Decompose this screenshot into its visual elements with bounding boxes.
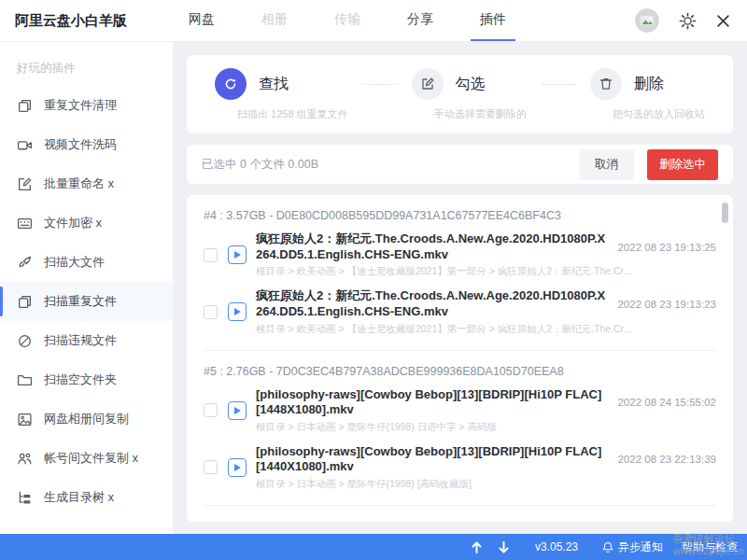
watermark-line1: 吾爱破解论坛 bbox=[673, 533, 744, 545]
settings-gear-icon[interactable] bbox=[679, 12, 697, 30]
sidebar-item-scan-violations[interactable]: 扫描违规文件 bbox=[0, 321, 173, 360]
file-checkbox[interactable] bbox=[204, 460, 218, 474]
upload-arrow-icon[interactable] bbox=[472, 541, 482, 553]
sidebar-item-album-copy[interactable]: 网盘相册间复制 bbox=[0, 399, 173, 439]
watermark-line2: www.52pojie.cn bbox=[673, 545, 744, 557]
delete-selected-button[interactable]: 删除选中 bbox=[647, 149, 718, 180]
file-checkbox[interactable] bbox=[204, 305, 218, 319]
file-name[interactable]: 疯狂原始人2：新纪元.The.Croods.A.New.Age.2020.HD1… bbox=[256, 288, 610, 319]
step-select: 勾选 手动选择需要删除的 bbox=[412, 68, 527, 121]
file-checkbox[interactable] bbox=[204, 248, 218, 262]
file-date: 2022 08 24 15:55:02 bbox=[610, 397, 716, 408]
sidebar-item-label: 视频文件洗码 bbox=[44, 136, 117, 153]
sidebar-item-batch-rename[interactable]: 批量重命名 x bbox=[0, 164, 173, 203]
step-connector bbox=[363, 84, 397, 85]
sidebar-item-directory-tree[interactable]: 生成目录树 x bbox=[0, 478, 173, 517]
file-checkbox[interactable] bbox=[204, 403, 218, 417]
sidebar: 好玩的插件 重复文件清理 视频文件洗码 批量重命名 x 文件加密 x 扫描大文件 bbox=[0, 42, 173, 534]
file-row: [philosophy-raws][Cowboy Bebop][13][BDRI… bbox=[204, 436, 716, 493]
sidebar-item-label: 文件加密 x bbox=[44, 215, 102, 231]
step-subtitle: 把勾选的放入回收站 bbox=[613, 107, 705, 121]
album-icon bbox=[17, 412, 33, 427]
header-actions bbox=[635, 0, 730, 41]
async-notify-button[interactable]: 异步通知 bbox=[602, 539, 663, 555]
watermark: 吾爱破解论坛 www.52pojie.cn bbox=[673, 533, 744, 557]
sidebar-item-scan-large-files[interactable]: 扫描大文件 bbox=[0, 243, 173, 282]
selection-bar: 已选中 0 个文件 0.00B 取消 删除选中 bbox=[187, 145, 733, 184]
tab-album[interactable]: 相册 bbox=[252, 0, 297, 41]
sidebar-item-duplicate-clean[interactable]: 重复文件清理 bbox=[0, 86, 173, 125]
download-arrow-icon[interactable] bbox=[499, 541, 509, 553]
refresh-icon bbox=[215, 68, 247, 100]
video-icon bbox=[17, 137, 33, 153]
close-icon[interactable] bbox=[716, 14, 730, 28]
tab-transfer[interactable]: 传输 bbox=[325, 0, 370, 41]
sidebar-item-label: 扫描大文件 bbox=[44, 254, 105, 271]
step-subtitle: 扫描出 1258 组重复文件 bbox=[237, 107, 348, 121]
user-avatar[interactable] bbox=[635, 8, 659, 33]
sidebar-item-label: 网盘相册间复制 bbox=[44, 411, 129, 427]
main-content: 查找 扫描出 1258 组重复文件 勾选 手动选择需要删除的 bbox=[173, 42, 747, 534]
play-icon[interactable] bbox=[228, 245, 247, 264]
file-path: 根目录 > 欧美动画 > 【迪士尼收藏版2021】第一部分 > 疯狂原始人2：新… bbox=[256, 323, 716, 336]
pencil-icon bbox=[412, 68, 444, 100]
keypad-icon bbox=[17, 216, 33, 231]
play-icon[interactable] bbox=[228, 401, 247, 420]
file-name[interactable]: [philosophy-raws][Cowboy Bebop][13][BDRI… bbox=[256, 444, 610, 475]
main-nav: 网盘 相册 传输 分享 插件 bbox=[179, 0, 515, 41]
play-icon[interactable] bbox=[228, 302, 247, 321]
cancel-button[interactable]: 取消 bbox=[579, 149, 634, 180]
copy-icon bbox=[17, 98, 33, 114]
sidebar-item-video-wash[interactable]: 视频文件洗码 bbox=[0, 125, 173, 164]
selection-summary: 已选中 0 个文件 0.00B bbox=[202, 157, 318, 173]
copy-icon bbox=[17, 294, 33, 310]
group-header: #4 : 3.57GB - D0E80CD008B595DD99A731A1C6… bbox=[204, 195, 716, 223]
sidebar-item-label: 批量重命名 x bbox=[44, 175, 114, 192]
file-name[interactable]: [philosophy-raws][Cowboy Bebop][13][BDRI… bbox=[256, 387, 610, 418]
sidebar-item-label: 扫描重复文件 bbox=[44, 293, 117, 310]
sidebar-item-label: 生成目录树 x bbox=[44, 489, 114, 506]
tab-plugins[interactable]: 插件 bbox=[471, 0, 515, 41]
users-icon bbox=[17, 451, 33, 467]
trash-icon bbox=[590, 68, 622, 100]
app-title: 阿里云盘小白羊版 bbox=[15, 12, 170, 30]
version-label: v3.05.23 bbox=[535, 540, 578, 553]
scrollbar-thumb[interactable] bbox=[722, 203, 728, 223]
folder-icon bbox=[17, 372, 33, 388]
sidebar-section-label: 好玩的插件 bbox=[0, 53, 173, 86]
file-row: 疯狂原始人2：新纪元.The.Croods.A.New.Age.2020.HD1… bbox=[204, 280, 716, 337]
sidebar-item-file-encrypt[interactable]: 文件加密 x bbox=[0, 203, 173, 243]
group-header: #5 : 2.76GB - 7D0C3EC4B797A38ADCBE999936… bbox=[204, 351, 716, 379]
sidebar-item-label: 帐号间文件复制 x bbox=[44, 450, 138, 467]
steps-panel: 查找 扫描出 1258 组重复文件 勾选 手动选择需要删除的 bbox=[187, 55, 733, 133]
tab-netdisk[interactable]: 网盘 bbox=[179, 0, 224, 41]
sidebar-item-account-copy[interactable]: 帐号间文件复制 x bbox=[0, 439, 173, 478]
file-date: 2022 08 23 22:13:39 bbox=[610, 454, 716, 465]
file-path: 根目录 > 日本动画 > 星际牛仔(1998) [高码收藏版] bbox=[256, 478, 716, 491]
tree-icon bbox=[17, 490, 33, 506]
app-window: 阿里云盘小白羊版 网盘 相册 传输 分享 插件 好玩的插件 重复文 bbox=[0, 0, 747, 560]
step-title: 勾选 bbox=[456, 75, 486, 94]
file-path: 根目录 > 欧美动画 > 【迪士尼收藏版2021】第一部分 > 疯狂原始人2：新… bbox=[256, 265, 716, 278]
sidebar-item-label: 重复文件清理 bbox=[44, 97, 117, 114]
file-date: 2022 08 23 19:13:23 bbox=[610, 299, 716, 310]
file-name[interactable]: 疯狂原始人2：新纪元.The.Croods.A.New.Age.2020.HD1… bbox=[256, 231, 610, 262]
edit-icon bbox=[17, 176, 33, 192]
group-divider bbox=[204, 505, 716, 506]
step-subtitle: 手动选择需要删除的 bbox=[434, 107, 527, 121]
step-connector bbox=[542, 84, 575, 85]
step-delete: 删除 把勾选的放入回收站 bbox=[590, 68, 705, 121]
sidebar-item-scan-duplicates[interactable]: 扫描重复文件 bbox=[0, 282, 173, 321]
tab-share[interactable]: 分享 bbox=[398, 0, 443, 41]
play-icon[interactable] bbox=[228, 458, 247, 477]
step-title: 删除 bbox=[634, 75, 664, 94]
status-bar: v3.05.23 异步通知 帮助与检查 bbox=[0, 534, 747, 560]
bell-icon bbox=[602, 541, 613, 553]
file-row: 疯狂原始人2：新纪元.The.Croods.A.New.Age.2020.HD1… bbox=[204, 223, 716, 280]
sidebar-item-scan-empty-folders[interactable]: 扫描空文件夹 bbox=[0, 360, 173, 399]
brush-icon bbox=[17, 255, 33, 271]
duplicate-file-list: #4 : 3.57GB - D0E80CD008B595DD99A731A1C6… bbox=[187, 195, 733, 522]
file-row: [philosophy-raws][Cowboy Bebop][13][BDRI… bbox=[204, 379, 716, 436]
step-find: 查找 扫描出 1258 组重复文件 bbox=[215, 68, 348, 121]
title-bar: 阿里云盘小白羊版 网盘 相册 传输 分享 插件 bbox=[0, 0, 747, 42]
